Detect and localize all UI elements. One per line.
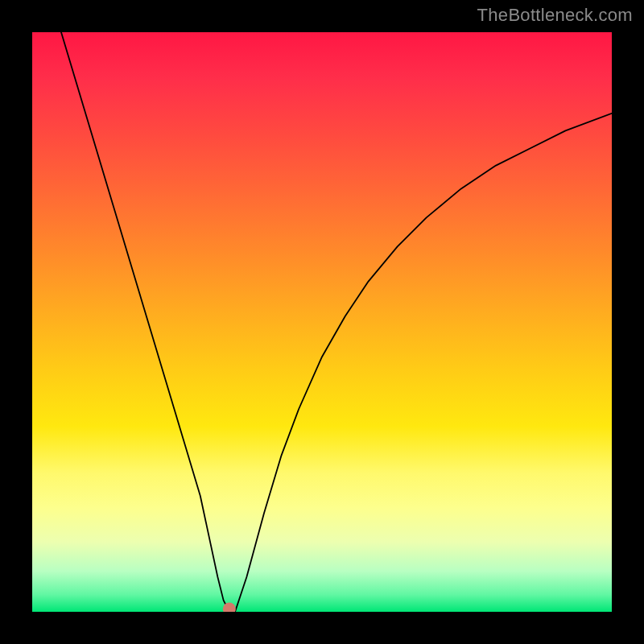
plot-area: [32, 32, 612, 612]
bottleneck-curve: [61, 32, 612, 612]
chart-frame: TheBottleneck.com: [0, 0, 644, 644]
curve-layer: [32, 32, 612, 612]
watermark-label: TheBottleneck.com: [477, 5, 633, 26]
